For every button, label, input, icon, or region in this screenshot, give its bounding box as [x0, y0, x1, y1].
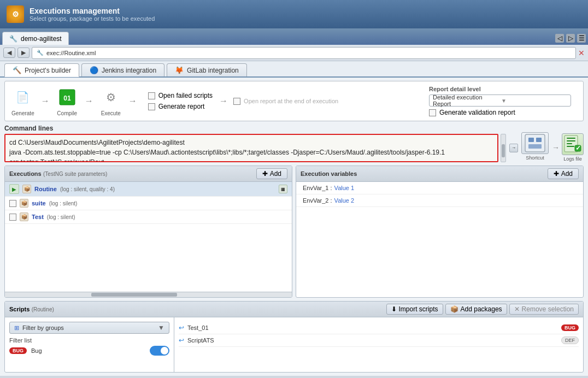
exec-routine-pkg-icon: 📦	[22, 185, 31, 193]
tab-demo-agilitest[interactable]: 🔧 demo-agilitest	[2, 32, 69, 45]
app-header: ⚙ Executions management Select groups, p…	[0, 0, 588, 28]
exec-test-checkbox[interactable]	[9, 214, 16, 221]
svg-text:01: 01	[63, 94, 71, 102]
bug-label: Bug	[31, 347, 42, 354]
script-scriptats-left: ↩ ScriptATS	[179, 336, 214, 344]
nav-close-icon[interactable]: ✕	[578, 49, 585, 57]
svg-rect-5	[528, 144, 542, 149]
logs-icon[interactable]: ✓	[562, 133, 584, 155]
cmd-side-arrows: →	[509, 125, 518, 162]
open-report-row: Open report at the end of execution	[233, 98, 338, 105]
add-packages-button[interactable]: 📦 Add packages	[445, 304, 507, 315]
url-bar[interactable]: 🔧 exec://Routine.xml	[32, 47, 576, 59]
validation-checkbox[interactable]	[429, 109, 436, 116]
report-detail-label: Report detail level	[429, 86, 577, 92]
vars-add-button[interactable]: ✚ Add	[548, 168, 579, 179]
scripts-title: Scripts	[9, 306, 30, 312]
nav-forward[interactable]: ▶	[17, 48, 30, 58]
bug-toggle[interactable]	[150, 346, 169, 356]
exec-item-routine[interactable]: ▶ 📦 Routine (log : silent, quality : 4) …	[5, 182, 292, 197]
arrow-2: →	[83, 96, 96, 106]
generate-icon: 📄	[12, 86, 34, 108]
var-value-1[interactable]: Value 1	[334, 185, 355, 191]
cmd-arrow-right[interactable]: →	[509, 144, 518, 152]
pipeline-row: 📄 Generate → 01 Compile → ⚙ Execute →	[4, 81, 584, 121]
exec-routine-info: (log : silent, quality : 4)	[60, 186, 115, 192]
tab-label: demo-agilitest	[21, 35, 62, 43]
import-scripts-button[interactable]: ⬇ Import scripts	[386, 304, 443, 315]
scripts-header: Scripts (Routine) ⬇ Import scripts 📦 Add…	[5, 302, 583, 317]
script-item-test01[interactable]: ↩ Test_01 BUG	[179, 322, 579, 334]
command-lines-main: Command lines cd C:\Users\Maud\Documents…	[4, 125, 506, 162]
bottom-panels: Executions (TestNG suite parameters) ✚ A…	[4, 166, 584, 298]
arrow-to-logs: → ✓ Logs file	[552, 125, 584, 162]
cmd-scrollbar[interactable]	[501, 134, 506, 162]
exec-scroll-thumb	[91, 293, 178, 297]
remove-icon: ✕	[514, 305, 520, 313]
generate-report-row: Generate report	[148, 103, 213, 110]
filter-list-label: Filter list	[9, 337, 169, 344]
command-text[interactable]: cd C:\Users\Maud\Documents\AgilitetProje…	[4, 134, 498, 162]
vars-title: Execution variables	[301, 170, 357, 177]
tool-tabs: 🔨 Project's builder 🔵 Jenkins integratio…	[0, 61, 588, 78]
var-name-2: EnvVar_2 :	[303, 197, 332, 204]
filter-icon: ⊞	[14, 324, 19, 332]
exec-suite-pkg-icon: 📦	[20, 199, 28, 208]
scriptats-def-badge: DEF	[561, 336, 579, 344]
open-failed-checkbox[interactable]	[148, 92, 155, 99]
report-select[interactable]: Detailed execution Report ▼	[429, 94, 571, 107]
exec-test-pkg-icon: 📦	[20, 212, 28, 221]
exec-suite-checkbox[interactable]	[9, 200, 16, 207]
pipeline-steps: 📄 Generate → 01 Compile → ⚙ Execute →	[11, 86, 139, 116]
projects-builder-icon: 🔨	[13, 66, 21, 74]
generate-report-checkbox[interactable]	[148, 103, 155, 110]
tab-projects-builder[interactable]: 🔨 Project's builder	[4, 63, 79, 77]
exec-routine-name: Routine	[34, 186, 57, 192]
tab-gitlab[interactable]: 🦊 GitLab integration	[167, 63, 247, 76]
exec-routine-icon: ▶	[9, 184, 19, 194]
cmd-line-2: java -Dcom.ats.test.stoppable=true -cp C…	[9, 147, 493, 162]
executions-add-button[interactable]: ✚ Add	[256, 168, 287, 179]
scripts-body: ⊞ Filter by groups ▼ Filter list BUG Bug…	[5, 317, 583, 372]
compile-icon: 01	[56, 86, 78, 108]
tab-jenkins[interactable]: 🔵 Jenkins integration	[81, 63, 164, 76]
validation-row: Generate validation report	[429, 109, 577, 116]
report-value: Detailed execution Report	[433, 94, 499, 107]
executions-panel: Executions (TestNG suite parameters) ✚ A…	[4, 166, 292, 298]
tab-menu[interactable]: ☰	[577, 34, 586, 43]
exec-scrollbar-h[interactable]	[5, 292, 292, 297]
tab-icon: 🔧	[9, 35, 17, 43]
shortcut-icon[interactable]	[521, 132, 549, 154]
app-title: Executions management	[30, 7, 155, 15]
exec-item-test[interactable]: 📦 Test (log : silent)	[5, 210, 292, 224]
script-test01-icon: ↩	[179, 324, 184, 332]
exec-item-suite[interactable]: 📦 suite (log : silent)	[5, 197, 292, 210]
var-item-1: EnvVar_1 : Value 1	[296, 182, 583, 194]
filter-chevron-icon: ▼	[158, 324, 164, 332]
scripts-list: ↩ Test_01 BUG ↩ ScriptATS DEF	[174, 317, 583, 372]
add-label: Add	[270, 170, 281, 178]
var-value-2[interactable]: Value 2	[334, 197, 355, 204]
step-execute: ⚙ Execute	[100, 86, 122, 116]
logs-label: Logs file	[563, 156, 582, 162]
compile-label: Compile	[57, 110, 77, 116]
nav-back[interactable]: ◀	[3, 48, 15, 58]
step-generate: 📄 Generate	[11, 86, 34, 116]
arrow-4: →	[217, 96, 230, 106]
open-failed-label: Open failed scripts	[158, 92, 213, 99]
filter-by-groups-dropdown[interactable]: ⊞ Filter by groups ▼	[9, 322, 169, 334]
test01-bug-badge: BUG	[561, 324, 579, 331]
cmd-line-1: cd C:\Users\Maud\Documents\AgilitetProje…	[9, 138, 493, 147]
add-icon: ✚	[262, 170, 268, 178]
generate-label: Generate	[11, 110, 34, 116]
tab-nav-prev[interactable]: ◁	[555, 34, 564, 43]
script-item-scriptats[interactable]: ↩ ScriptATS DEF	[179, 334, 579, 347]
open-report-checkbox[interactable]	[233, 98, 240, 105]
report-section: Report detail level Detailed execution R…	[429, 86, 577, 116]
remove-selection-button[interactable]: ✕ Remove selection	[509, 304, 579, 315]
scripts-buttons: ⬇ Import scripts 📦 Add packages ✕ Remove…	[386, 304, 579, 315]
exec-routine-grid[interactable]: ▦	[279, 185, 287, 193]
tab-nav-next[interactable]: ▷	[566, 34, 575, 43]
open-report-label: Open report at the end of execution	[244, 98, 338, 104]
command-lines-section: Command lines cd C:\Users\Maud\Documents…	[4, 125, 584, 162]
